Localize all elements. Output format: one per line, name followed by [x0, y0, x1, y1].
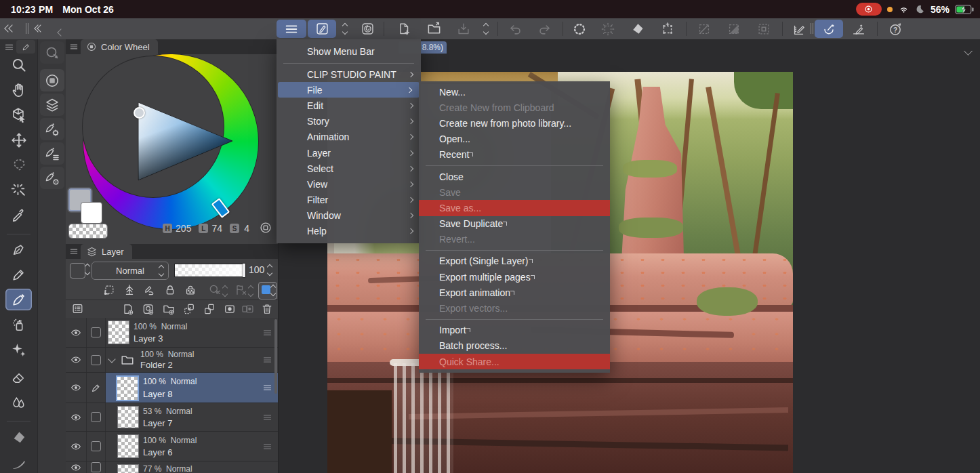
undo-button[interactable]: [503, 20, 529, 38]
tool-palette-pen-tab[interactable]: [16, 40, 35, 54]
palette-color-stepper[interactable]: [85, 264, 89, 274]
ruler-flag-icon[interactable]: [234, 283, 247, 297]
tool-eyedropper[interactable]: [5, 205, 32, 226]
snap-special-ruler-button[interactable]: [815, 20, 843, 38]
layer-thumbnail[interactable]: [117, 434, 139, 458]
new-vector-layer-icon[interactable]: [142, 302, 155, 316]
collapse-left-icon[interactable]: [5, 26, 15, 31]
file-menu-save-as[interactable]: Save as...: [419, 200, 610, 215]
chevron-left-icon[interactable]: [58, 26, 64, 38]
folder-expand-chevron[interactable]: [108, 355, 115, 363]
visibility-toggle[interactable]: [66, 348, 87, 372]
layer-row-layer7[interactable]: 53 % Normal Layer 7: [66, 403, 278, 432]
lock-layer-icon[interactable]: [163, 283, 177, 297]
tool-auto-select[interactable]: [5, 180, 32, 201]
file-menu-open[interactable]: Open...: [419, 131, 610, 147]
layer-row-layer6[interactable]: 100 % Normal Layer 6: [66, 432, 278, 461]
tool-zoom[interactable]: [5, 54, 32, 76]
enable-mask-icon[interactable]: [208, 283, 222, 297]
tool-gradient[interactable]: [5, 453, 32, 473]
clip-to-layer-below-icon[interactable]: [102, 283, 116, 297]
tool-pen[interactable]: [5, 239, 32, 260]
tool-decoration[interactable]: [5, 339, 32, 361]
opacity-stepper[interactable]: [268, 265, 272, 275]
tool-move[interactable]: [5, 129, 32, 151]
color-wheel-tab[interactable]: Color Wheel: [81, 39, 158, 54]
deselect-button[interactable]: [691, 20, 717, 38]
fill-button[interactable]: [625, 20, 651, 38]
layer-tab[interactable]: Layer: [81, 244, 132, 259]
menu-item-file[interactable]: File: [278, 82, 420, 98]
panel-menu-icon[interactable]: [69, 42, 79, 52]
tool-hand[interactable]: [5, 79, 32, 101]
tool-palette-menu-icon[interactable]: [4, 42, 14, 52]
file-menu-import[interactable]: Import: [419, 323, 610, 338]
drag-handle-icon[interactable]: [26, 23, 28, 34]
file-menu-export-multiple-pages[interactable]: Export multiple pages: [419, 269, 610, 285]
snap-guide-button[interactable]: [846, 20, 872, 38]
layer-row-folder2[interactable]: 100 % Normal Folder 2: [66, 348, 278, 373]
dock-subtool-list[interactable]: [40, 142, 64, 165]
file-menu-save-duplicate[interactable]: Save Duplicate: [419, 216, 610, 232]
tool-switch-stepper[interactable]: [338, 20, 352, 38]
layer-row-menu-icon[interactable]: [262, 327, 272, 337]
visibility-toggle[interactable]: [66, 461, 87, 473]
palette-color-chip[interactable]: [70, 263, 85, 279]
tool-airbrush[interactable]: [5, 314, 32, 335]
layer-thumbnail[interactable]: [117, 464, 139, 473]
dock-brush-size[interactable]: [40, 167, 64, 189]
menu-item-animation[interactable]: Animation: [277, 129, 421, 145]
color-wheel-mode-icon[interactable]: [259, 221, 272, 234]
transform-button[interactable]: [655, 20, 680, 38]
menu-item-layer[interactable]: Layer: [277, 145, 421, 161]
layer-row-layer8-selected[interactable]: 100 % Normal Layer 8: [66, 373, 278, 403]
dock-color-wheel[interactable]: [40, 69, 64, 91]
save-options-stepper[interactable]: [478, 20, 493, 38]
panel-menu-icon[interactable]: [69, 247, 79, 256]
sub-color-swatch[interactable]: [81, 202, 102, 224]
layer-row-menu-icon[interactable]: [262, 412, 272, 422]
open-file-button[interactable]: [420, 20, 447, 38]
menu-item-filter[interactable]: Filter: [277, 192, 421, 208]
new-raster-layer-icon[interactable]: [121, 302, 135, 316]
layer-checkbox[interactable]: [86, 461, 106, 473]
layer-color-button[interactable]: [258, 282, 277, 300]
layer-thumbnail[interactable]: [116, 375, 139, 401]
tool-brush-selected[interactable]: [5, 289, 32, 310]
tool-operation[interactable]: [5, 104, 32, 126]
select-area-button[interactable]: [595, 20, 621, 38]
collapse-panel-icon[interactable]: [35, 26, 43, 31]
draft-layer-icon[interactable]: [143, 283, 157, 297]
delete-layer-icon[interactable]: [260, 302, 274, 316]
create-layer-mask-icon[interactable]: [223, 302, 237, 316]
reference-layer-icon[interactable]: [123, 283, 136, 297]
opacity-slider[interactable]: [174, 264, 246, 277]
layer-row-partial[interactable]: 77 % Normal: [66, 461, 278, 473]
layer-checkbox[interactable]: [86, 432, 106, 461]
menu-item-window[interactable]: Window: [277, 208, 421, 224]
merge-down-icon[interactable]: [203, 302, 216, 316]
layer-thumbnail[interactable]: [117, 406, 139, 428]
tool-eraser[interactable]: [5, 366, 32, 388]
menu-item-show-menu-bar[interactable]: Show Menu Bar: [277, 43, 421, 60]
visibility-toggle[interactable]: [66, 432, 87, 461]
file-menu-export-single-layer[interactable]: Export (Single Layer): [419, 253, 610, 269]
tool-pencil[interactable]: [5, 264, 32, 285]
tool-fill[interactable]: [5, 427, 32, 449]
new-folder-icon[interactable]: [162, 302, 176, 316]
transparent-color-swatch[interactable]: [68, 224, 108, 239]
layer-row-layer3[interactable]: 100 % Normal Layer 3: [66, 318, 278, 348]
menu-item-story[interactable]: Story: [277, 114, 421, 129]
menu-item-clip-studio-paint[interactable]: CLIP STUDIO PAINT: [277, 66, 421, 82]
help-button[interactable]: ?: [882, 20, 908, 38]
sv-triangle[interactable]: [130, 95, 242, 197]
menu-item-edit[interactable]: Edit: [277, 98, 421, 113]
layer-list-scrollbar[interactable]: [274, 319, 277, 394]
save-button[interactable]: [450, 20, 477, 38]
menu-item-help[interactable]: Help: [277, 224, 421, 239]
layer-row-menu-icon[interactable]: [262, 383, 272, 393]
opacity-slider-handle[interactable]: [243, 264, 245, 277]
layer-checkbox[interactable]: [86, 348, 106, 372]
visibility-toggle[interactable]: [66, 318, 87, 347]
apply-mask-icon[interactable]: [241, 302, 254, 316]
